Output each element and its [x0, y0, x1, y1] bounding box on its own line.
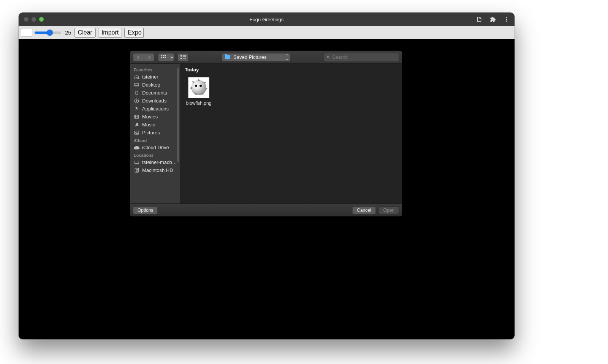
music-icon: [134, 122, 139, 128]
search-input[interactable]: [332, 54, 396, 60]
search-field[interactable]: [324, 53, 399, 62]
svg-rect-7: [163, 57, 164, 58]
sidebar-item-disk[interactable]: Macintosh HD: [132, 166, 180, 174]
folder-dropdown[interactable]: Saved Pictures ⌃⌄: [222, 53, 290, 61]
laptop-icon: [134, 160, 139, 165]
brush-size-value: 25: [65, 29, 71, 36]
sidebar-item-label: Macintosh HD: [142, 167, 173, 173]
window-minimize-button[interactable]: [32, 17, 36, 22]
svg-rect-10: [183, 55, 186, 56]
svg-point-1: [506, 19, 507, 20]
svg-point-19: [135, 125, 136, 126]
svg-rect-16: [135, 84, 139, 86]
color-swatch[interactable]: [21, 29, 32, 36]
dialog-toolbar: Saved Pictures ⌃⌄: [130, 51, 402, 64]
cancel-button[interactable]: Cancel: [352, 206, 375, 214]
app-toolbar: 25 Clear Import Expo: [19, 26, 515, 39]
sidebar-item-desktop[interactable]: Desktop: [132, 81, 180, 89]
svg-point-2: [506, 20, 507, 22]
sidebar-item-label: Downloads: [142, 98, 166, 104]
window-close-button[interactable]: [24, 17, 28, 22]
cloud-icon: [134, 145, 139, 150]
sidebar-item-applications[interactable]: Applications: [132, 105, 180, 113]
sidebar-item-downloads[interactable]: Downloads: [132, 97, 180, 105]
chevron-down-icon: [169, 53, 174, 61]
nav-back-button[interactable]: [133, 53, 144, 61]
title-actions: [476, 16, 515, 23]
clear-button[interactable]: Clear: [74, 28, 96, 38]
svg-rect-9: [180, 55, 182, 57]
import-button[interactable]: Import: [98, 28, 122, 38]
blowfish-icon: [191, 80, 206, 95]
nav-forward-button[interactable]: [144, 53, 154, 61]
sidebar-item-pictures[interactable]: Pictures: [132, 129, 180, 137]
open-button[interactable]: Open: [379, 206, 399, 214]
home-icon: [134, 74, 139, 80]
sidebar-item-documents[interactable]: Documents: [132, 89, 180, 97]
brush-size-slider[interactable]: [35, 32, 61, 34]
page-icon[interactable]: [476, 16, 483, 23]
group-by-button[interactable]: [178, 53, 188, 61]
dialog-sidebar: Favorites tsteiner Desktop Documents Dow…: [130, 64, 180, 203]
file-name: blowfish.png: [185, 101, 213, 106]
sidebar-item-home[interactable]: tsteiner: [132, 73, 180, 81]
file-open-dialog: Saved Pictures ⌃⌄ Favorites tsteiner Des…: [130, 51, 402, 216]
file-item[interactable]: blowfish.png: [185, 77, 213, 106]
file-thumbnail: [188, 77, 209, 98]
nav-buttons: [133, 53, 154, 61]
desktop-icon: [134, 82, 139, 88]
dialog-footer: Options Cancel Open: [130, 203, 402, 216]
svg-rect-4: [163, 55, 164, 56]
chevron-up-down-icon: ⌃⌄: [285, 54, 287, 60]
sidebar-item-label: Music: [142, 122, 155, 128]
svg-rect-6: [161, 57, 162, 58]
download-icon: [134, 98, 139, 104]
more-icon[interactable]: [503, 16, 510, 23]
app-window: Fugu Greetings 25 Clear Import Expo: [19, 13, 515, 339]
sidebar-section-locations: Locations: [132, 151, 180, 158]
doc-icon: [134, 90, 139, 96]
svg-rect-12: [180, 58, 182, 59]
group-icon: [178, 53, 188, 61]
sidebar-item-laptop[interactable]: tsteiner-macb…: [132, 158, 180, 166]
options-button[interactable]: Options: [133, 206, 158, 214]
sidebar-item-label: Documents: [142, 90, 167, 96]
sidebar-scrollbar[interactable]: [177, 68, 179, 162]
sidebar-item-label: Desktop: [142, 82, 160, 88]
disk-icon: [134, 168, 139, 173]
svg-point-0: [506, 17, 507, 18]
dialog-content: Today blowfish.png: [180, 64, 402, 203]
sidebar-item-music[interactable]: Music: [132, 121, 180, 129]
svg-rect-23: [135, 161, 139, 163]
svg-point-20: [137, 125, 138, 126]
sidebar-item-label: tsteiner-macb…: [142, 159, 177, 165]
sidebar-item-label: iCloud Drive: [142, 145, 169, 150]
sidebar-section-favorites: Favorites: [132, 66, 180, 73]
apps-icon: [134, 106, 139, 112]
movie-icon: [134, 114, 139, 120]
svg-rect-8: [165, 57, 166, 58]
view-mode-select[interactable]: [158, 53, 174, 61]
group-header: Today: [180, 64, 402, 74]
search-icon: [327, 55, 330, 60]
svg-rect-14: [183, 58, 186, 59]
export-button[interactable]: Expo: [124, 28, 143, 38]
sidebar-item-label: Pictures: [142, 130, 160, 136]
svg-rect-13: [183, 58, 186, 58]
canvas-area[interactable]: Saved Pictures ⌃⌄ Favorites tsteiner Des…: [19, 39, 515, 339]
svg-point-15: [327, 56, 329, 58]
sidebar-item-label: Applications: [142, 106, 169, 112]
traffic-lights: [19, 17, 44, 22]
dialog-body: Favorites tsteiner Desktop Documents Dow…: [130, 64, 402, 203]
grid-view-icon: [158, 53, 169, 61]
sidebar-item-movies[interactable]: Movies: [132, 113, 180, 121]
folder-name: Saved Pictures: [233, 54, 266, 60]
sidebar-section-icloud: iCloud: [132, 137, 180, 143]
titlebar: Fugu Greetings: [19, 13, 515, 26]
extensions-icon[interactable]: [489, 16, 496, 23]
file-grid: blowfish.png: [180, 74, 402, 109]
picture-icon: [134, 130, 139, 136]
sidebar-item-label: tsteiner: [142, 74, 158, 80]
sidebar-item-icloud-drive[interactable]: iCloud Drive: [132, 143, 180, 151]
window-zoom-button[interactable]: [39, 17, 44, 22]
